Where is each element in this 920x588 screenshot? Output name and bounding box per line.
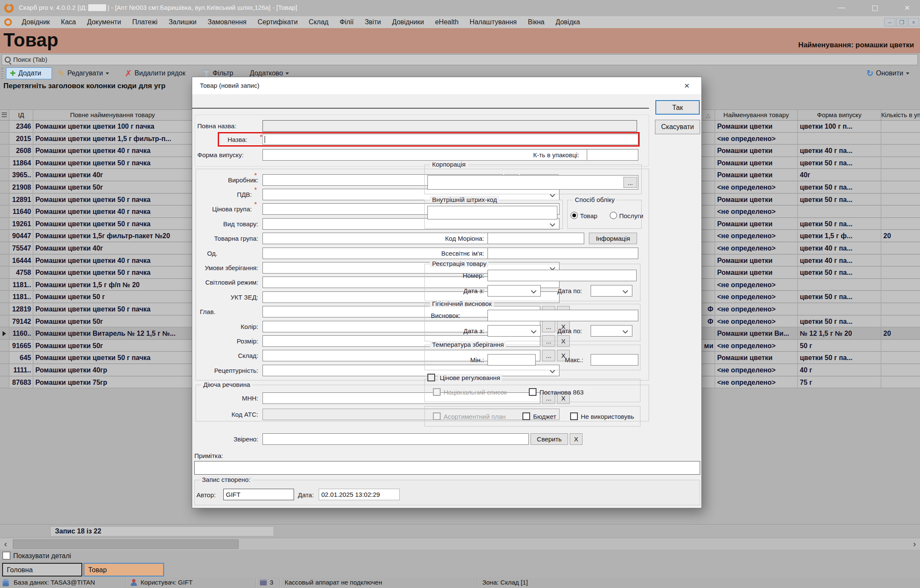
row-id-cell[interactable]: 1160..: [9, 328, 33, 340]
row-id-cell[interactable]: 12891: [9, 194, 33, 206]
table-row[interactable]: Ф<не определено>: [702, 303, 920, 316]
row-form-cell[interactable]: 50 г: [798, 340, 881, 352]
name-input[interactable]: [262, 134, 638, 145]
row-name-cell[interactable]: Ромашки цветки Ви...: [715, 328, 798, 340]
table-row[interactable]: 2015Ромашки цветки цветки 1,5 г фильтр-п…: [0, 133, 192, 145]
row-qty-cell[interactable]: [881, 291, 920, 303]
table-row[interactable]: 2346Ромашки цветки цветки 100 г пачка: [0, 121, 192, 133]
row-tail-cell[interactable]: [702, 194, 715, 206]
row-name-cell[interactable]: <не определено>: [715, 340, 798, 352]
row-qty-cell[interactable]: [881, 218, 920, 230]
row-name-cell[interactable]: Ромашки цветки: [715, 267, 798, 279]
not-used-label[interactable]: Не використовувь: [581, 413, 640, 420]
row-indicator-cell[interactable]: [0, 230, 9, 242]
service-radio[interactable]: [610, 212, 617, 219]
row-tail-cell[interactable]: [702, 291, 715, 303]
row-name-cell[interactable]: <не определено>: [715, 133, 798, 145]
row-indicator-cell[interactable]: [0, 291, 9, 303]
row-indicator-cell[interactable]: [0, 340, 9, 352]
table-row[interactable]: Ромашки цветкицветки 100 г п...: [702, 121, 920, 133]
row-name-cell[interactable]: <не определено>: [715, 242, 798, 254]
table-row[interactable]: Ромашки цветкицветки 50 г па...: [702, 194, 920, 206]
row-qty-cell[interactable]: [881, 194, 920, 206]
row-id-cell[interactable]: 11864: [9, 157, 33, 169]
table-row[interactable]: 1111..Ромашки цветки 40гр: [0, 364, 192, 377]
row-form-cell[interactable]: 75 г: [798, 377, 881, 389]
row-id-cell[interactable]: 3965..: [9, 169, 33, 181]
column-header-form[interactable]: Форма випуску: [798, 110, 881, 120]
row-tail-cell[interactable]: [702, 242, 715, 254]
mdi-minimize-icon[interactable]: –: [884, 18, 895, 26]
row-id-cell[interactable]: 1111..: [9, 364, 33, 376]
table-row[interactable]: <не определено>: [702, 133, 920, 145]
menu-item-9[interactable]: Звіти: [359, 18, 386, 26]
row-fullname-cell[interactable]: Ромашки цветки цветки 100 г пачка: [33, 121, 192, 133]
row-indicator-cell[interactable]: [0, 157, 9, 169]
row-tail-cell[interactable]: [702, 218, 715, 230]
table-row[interactable]: <не определено>75 г: [702, 377, 920, 389]
table-row[interactable]: 1181..Ромашки цветки 50 г: [0, 291, 192, 303]
menu-item-2[interactable]: Документи: [81, 18, 127, 26]
row-tail-cell[interactable]: [702, 328, 715, 340]
row-fullname-cell[interactable]: Ромашки цветки цветки 50 г пачка: [33, 194, 192, 206]
row-qty-cell[interactable]: 20: [881, 230, 920, 242]
table-row[interactable]: <не определено>цветки 50 г па...: [702, 291, 920, 303]
minimize-button[interactable]: —: [832, 2, 851, 14]
row-qty-cell[interactable]: [881, 303, 920, 315]
barcode-input[interactable]: [427, 206, 557, 219]
row-form-cell[interactable]: цветки 1,5 г ф...: [798, 230, 881, 242]
row-id-cell[interactable]: 12819: [9, 303, 33, 315]
table-row[interactable]: 19261Ромашки цветки цветки 50 г пачка: [0, 218, 192, 231]
row-qty-cell[interactable]: [881, 206, 920, 218]
show-details-label[interactable]: Показувати деталі: [13, 552, 71, 560]
product-radio[interactable]: [571, 212, 578, 219]
tab-home[interactable]: Головна: [2, 563, 82, 576]
row-fullname-cell[interactable]: Ромашки цветки 40г: [33, 169, 192, 181]
verify-button[interactable]: Сверить: [531, 433, 568, 445]
table-row[interactable]: 645Ромашки цветки цветки 50 г пачка: [0, 352, 192, 364]
table-row[interactable]: <не определено>цветки 40 г па...: [702, 242, 920, 255]
table-row[interactable]: Ромашки цветкицветки 50 г па...: [702, 157, 920, 170]
row-indicator-cell[interactable]: [0, 267, 9, 279]
row-indicator-cell[interactable]: [0, 242, 9, 254]
row-form-cell[interactable]: цветки 50 г па...: [798, 194, 881, 206]
row-indicator-cell[interactable]: [0, 316, 9, 328]
table-row[interactable]: 90447Ромашки цветки 1,5г фильтр-пакет №2…: [0, 230, 192, 242]
table-row[interactable]: 3965..Ромашки цветки 40г: [0, 169, 192, 182]
row-id-cell[interactable]: 19261: [9, 218, 33, 230]
column-header-qty[interactable]: Кількість в упак: [881, 110, 920, 120]
row-tail-cell[interactable]: [702, 230, 715, 242]
column-header-name[interactable]: Найменування товару: [715, 110, 798, 120]
menu-item-7[interactable]: Склад: [303, 18, 334, 26]
table-row[interactable]: <не определено>цветки 50 г па...: [702, 182, 920, 194]
row-qty-cell[interactable]: 20: [881, 328, 920, 340]
row-tail-cell[interactable]: [702, 279, 715, 291]
row-indicator-cell[interactable]: [0, 133, 9, 145]
row-form-cell[interactable]: цветки 40 г па...: [798, 255, 881, 267]
menu-item-6[interactable]: Сертифікати: [252, 18, 303, 26]
row-tail-cell[interactable]: [702, 121, 715, 133]
row-fullname-cell[interactable]: Ромашки цветки цветки 40 г пачка: [33, 145, 192, 157]
table-row[interactable]: Ромашки цветкицветки 40 г па...: [702, 255, 920, 267]
row-fullname-cell[interactable]: Ромашки цветки 50г: [33, 340, 192, 352]
table-row[interactable]: 12891Ромашки цветки цветки 50 г пачка: [0, 194, 192, 206]
row-id-cell[interactable]: 2015: [9, 133, 33, 145]
row-tail-cell[interactable]: ми: [702, 340, 715, 352]
row-id-cell[interactable]: 11640: [9, 206, 33, 218]
sort-indicator-header[interactable]: △: [702, 110, 715, 120]
row-tail-cell[interactable]: [702, 206, 715, 218]
row-fullname-cell[interactable]: Ромашки цветки 50г: [33, 316, 192, 328]
corporation-browse-button[interactable]: ...: [623, 177, 637, 188]
row-tail-cell[interactable]: [702, 267, 715, 279]
row-id-cell[interactable]: 4758: [9, 267, 33, 279]
show-details-checkbox[interactable]: [3, 552, 10, 559]
row-form-cell[interactable]: [798, 206, 881, 218]
table-row[interactable]: Ромашки цветкицветки 40 г па...: [702, 145, 920, 157]
menu-item-14[interactable]: Довідка: [550, 18, 586, 26]
table-row[interactable]: <не определено>цветки 1,5 г ф...20: [702, 230, 920, 242]
row-name-cell[interactable]: Ромашки цветки: [715, 352, 798, 364]
row-form-cell[interactable]: 40г: [798, 169, 881, 181]
row-tail-cell[interactable]: [702, 352, 715, 364]
row-name-cell[interactable]: <не определено>: [715, 364, 798, 376]
reg-date-to-select[interactable]: [591, 285, 632, 297]
